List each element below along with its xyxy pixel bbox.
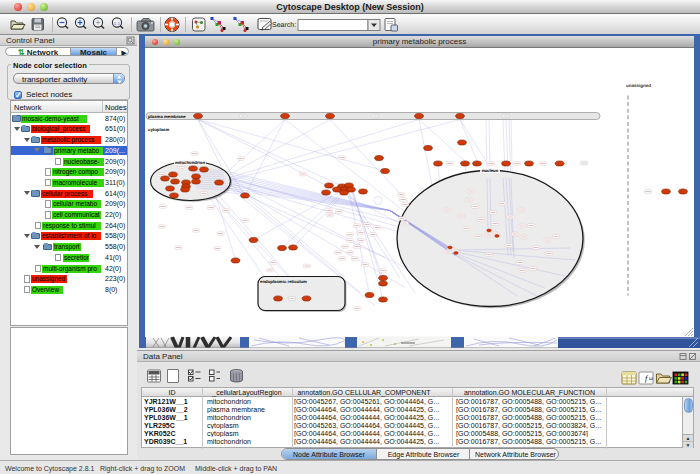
svg-text:1:1: 1:1 <box>114 21 121 26</box>
svg-text:ω: ω <box>649 376 653 382</box>
svg-text:Search:: Search: <box>272 21 296 29</box>
